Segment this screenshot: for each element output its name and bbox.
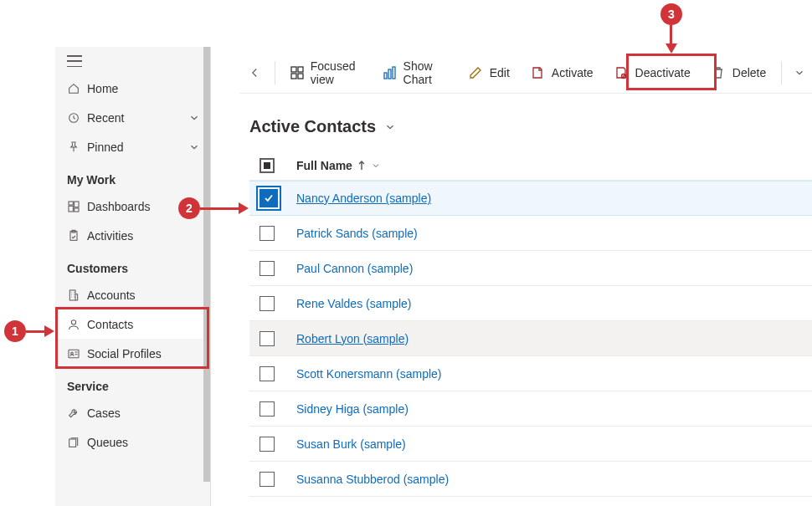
view-selector[interactable]: Active Contacts: [249, 117, 396, 136]
contact-name-link[interactable]: Susanna Stubberod (sample): [296, 473, 449, 486]
svg-rect-3: [69, 206, 73, 212]
callout-arrow-2: [200, 207, 240, 210]
callout-badge-1: 1: [4, 320, 26, 342]
select-all-checkbox[interactable]: [260, 158, 275, 173]
focused-view-label: Focused view: [311, 59, 363, 86]
row-checkbox[interactable]: [260, 331, 275, 346]
deactivate-button[interactable]: Deactivate: [604, 58, 701, 88]
sidebar-section-my-work: My Work: [55, 161, 210, 192]
sidebar-item-label: Cases: [87, 406, 200, 420]
row-checkbox[interactable]: [260, 296, 275, 311]
sidebar-item-social-profiles[interactable]: Social Profiles: [55, 339, 210, 368]
row-checkbox[interactable]: [260, 189, 278, 207]
svg-rect-14: [291, 74, 296, 79]
chevron-down-icon: [188, 112, 200, 124]
sidebar-item-recent[interactable]: Recent: [55, 103, 210, 132]
chevron-down-icon: [188, 141, 200, 153]
chevron-down-icon: [384, 121, 396, 133]
sidebar: Home Recent Pinned My Work Dashboards Ac…: [55, 47, 211, 506]
table-row[interactable]: Susan Burk (sample): [249, 427, 812, 462]
focused-view-button[interactable]: Focused view: [280, 58, 373, 88]
table-row[interactable]: Patrick Sands (sample): [249, 216, 812, 251]
contact-name-link[interactable]: Nancy Anderson (sample): [296, 192, 431, 205]
command-bar: Focused view Show Chart Edit Activate: [239, 52, 812, 94]
row-checkbox[interactable]: [260, 437, 275, 452]
sidebar-item-cases[interactable]: Cases: [55, 398, 210, 427]
row-checkbox[interactable]: [260, 472, 275, 487]
back-arrow-icon: [247, 65, 262, 80]
row-checkbox[interactable]: [260, 226, 275, 241]
edit-icon: [468, 65, 483, 80]
activate-button[interactable]: Activate: [520, 58, 604, 88]
sidebar-item-label: Pinned: [87, 141, 188, 154]
contact-name-link[interactable]: Rene Valdes (sample): [296, 297, 411, 310]
svg-rect-18: [393, 67, 395, 79]
show-chart-button[interactable]: Show Chart: [373, 58, 458, 88]
deactivate-icon: [614, 65, 629, 80]
svg-rect-13: [298, 67, 303, 72]
callout-badge-2: 2: [178, 197, 200, 219]
sidebar-item-label: Queues: [87, 436, 200, 449]
table-row[interactable]: Paul Cannon (sample): [249, 251, 812, 286]
svg-point-8: [71, 319, 75, 324]
contact-name-link[interactable]: Susan Burk (sample): [296, 437, 406, 451]
row-checkbox[interactable]: [260, 366, 275, 381]
table-row[interactable]: Nancy Anderson (sample): [249, 181, 812, 216]
queue-icon: [67, 436, 87, 449]
delete-label: Delete: [732, 66, 766, 79]
contact-name-link[interactable]: Paul Cannon (sample): [296, 262, 413, 275]
svg-rect-11: [69, 439, 76, 447]
callout-arrow-1: [26, 330, 46, 333]
svg-rect-16: [384, 73, 387, 79]
contact-name-link[interactable]: Robert Lyon (sample): [296, 332, 409, 345]
hamburger-button[interactable]: [55, 47, 210, 74]
sidebar-item-activities[interactable]: Activities: [55, 221, 210, 250]
table-row[interactable]: Sidney Higa (sample): [249, 391, 812, 427]
chevron-down-icon: [371, 161, 381, 171]
row-checkbox[interactable]: [260, 401, 275, 417]
sidebar-item-accounts[interactable]: Accounts: [55, 280, 210, 309]
sidebar-item-label: Home: [87, 82, 200, 95]
svg-rect-12: [291, 67, 296, 72]
callout-arrowhead-3: [666, 43, 677, 54]
edit-button[interactable]: Edit: [458, 58, 520, 88]
callout-arrowhead-2: [239, 202, 249, 214]
table-row[interactable]: Susanna Stubberod (sample): [249, 462, 812, 497]
sidebar-item-label: Contacts: [87, 318, 200, 331]
column-header-label: Full Name: [296, 159, 352, 172]
contact-name-link[interactable]: Scott Konersmann (sample): [296, 367, 442, 381]
toolbar-overflow-button[interactable]: [787, 58, 812, 88]
sidebar-item-contacts[interactable]: Contacts: [55, 309, 210, 339]
contact-name-link[interactable]: Sidney Higa (sample): [296, 402, 409, 416]
sidebar-item-label: Activities: [87, 229, 200, 243]
home-icon: [67, 82, 87, 95]
edit-label: Edit: [490, 66, 510, 79]
back-button[interactable]: [239, 58, 270, 88]
sidebar-item-label: Accounts: [87, 289, 200, 302]
table-row[interactable]: Rene Valdes (sample): [249, 286, 812, 321]
table-row[interactable]: Scott Konersmann (sample): [249, 356, 812, 391]
svg-rect-4: [75, 208, 79, 212]
delete-button[interactable]: Delete: [701, 58, 776, 88]
sidebar-scrollbar[interactable]: [203, 47, 210, 506]
table-row[interactable]: Robert Lyon (sample): [249, 321, 812, 356]
svg-rect-9: [69, 350, 79, 357]
sidebar-section-service: Service: [55, 368, 210, 398]
sidebar-item-home[interactable]: Home: [55, 74, 210, 103]
row-checkbox[interactable]: [260, 261, 275, 276]
activate-icon: [530, 65, 545, 80]
deactivate-label: Deactivate: [635, 66, 691, 79]
chevron-down-icon: [792, 65, 807, 80]
show-chart-label: Show Chart: [403, 59, 448, 86]
sidebar-item-label: Social Profiles: [87, 347, 200, 360]
column-header-fullname[interactable]: Full Name: [296, 159, 381, 172]
sidebar-item-pinned[interactable]: Pinned: [55, 132, 210, 161]
contact-name-link[interactable]: Patrick Sands (sample): [296, 227, 418, 240]
main-area: Focused view Show Chart Edit Activate: [211, 47, 812, 506]
sidebar-item-queues[interactable]: Queues: [55, 427, 210, 457]
dashboard-icon: [67, 200, 87, 213]
sidebar-scrollbar-thumb[interactable]: [203, 47, 210, 482]
delete-icon: [711, 65, 726, 80]
clock-icon: [67, 111, 87, 125]
id-icon: [67, 347, 87, 360]
